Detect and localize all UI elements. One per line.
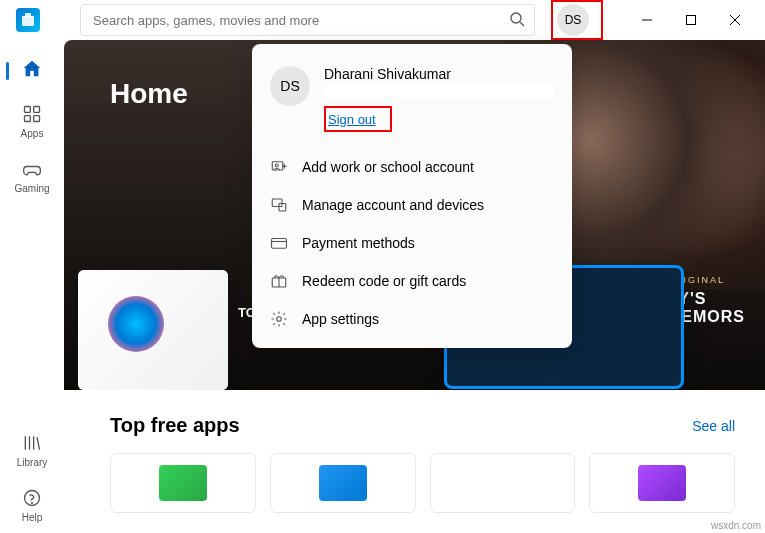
svg-rect-0 — [22, 16, 34, 26]
nav-library-label: Library — [17, 457, 48, 468]
app-tile[interactable] — [589, 453, 735, 513]
menu-label: Manage account and devices — [302, 197, 484, 213]
dropdown-header: DS Dharani Shivakumar Sign out — [252, 62, 572, 148]
svg-rect-24 — [272, 239, 287, 249]
hero-thumbnail[interactable] — [78, 270, 228, 390]
svg-rect-10 — [25, 116, 31, 122]
nav-apps[interactable]: Apps — [4, 94, 60, 149]
user-name: Dharani Shivakumar — [324, 66, 554, 82]
menu-manage-account[interactable]: Manage account and devices — [252, 186, 572, 224]
menu-label: Add work or school account — [302, 159, 474, 175]
menu-label: Payment methods — [302, 235, 415, 251]
sign-out-link[interactable]: Sign out — [328, 112, 376, 127]
sidebar: Apps Gaming Library Help — [0, 40, 64, 533]
profile-dropdown: DS Dharani Shivakumar Sign out Add work … — [252, 44, 572, 348]
menu-payment[interactable]: Payment methods — [252, 224, 572, 262]
see-all-link[interactable]: See all — [692, 418, 735, 434]
search-input[interactable] — [80, 4, 535, 36]
section-title: Top free apps — [110, 414, 240, 437]
menu-app-settings[interactable]: App settings — [252, 300, 572, 338]
svg-point-28 — [277, 317, 282, 322]
signout-highlight: Sign out — [324, 106, 392, 132]
minimize-button[interactable] — [625, 5, 669, 35]
svg-line-3 — [520, 22, 524, 26]
svg-rect-1 — [25, 13, 31, 17]
nav-help-label: Help — [22, 512, 43, 523]
app-icon — [319, 465, 367, 501]
close-button[interactable] — [713, 5, 757, 35]
nav-home[interactable] — [4, 48, 60, 94]
app-icon — [478, 465, 526, 501]
menu-redeem[interactable]: Redeem code or gift cards — [252, 262, 572, 300]
maximize-button[interactable] — [669, 5, 713, 35]
svg-point-19 — [275, 164, 278, 167]
watermark: wsxdn.com — [711, 520, 761, 531]
store-logo-icon — [16, 8, 40, 32]
menu-label: App settings — [302, 311, 379, 327]
nav-library[interactable]: Library — [4, 423, 60, 478]
app-tile[interactable] — [110, 453, 256, 513]
app-tiles-row — [64, 437, 765, 513]
user-email-redacted — [324, 84, 554, 98]
nav-gaming-label: Gaming — [14, 183, 49, 194]
search-icon[interactable] — [509, 11, 525, 31]
app-tile[interactable] — [270, 453, 416, 513]
nav-help[interactable]: Help — [4, 478, 60, 533]
profile-highlight: DS — [551, 0, 603, 40]
user-info: Dharani Shivakumar Sign out — [324, 66, 554, 132]
window-controls — [625, 5, 757, 35]
svg-rect-9 — [34, 107, 40, 113]
svg-point-2 — [511, 13, 521, 23]
page-title: Home — [110, 78, 188, 110]
title-bar: DS — [0, 0, 765, 40]
menu-label: Redeem code or gift cards — [302, 273, 466, 289]
profile-button[interactable]: DS — [557, 4, 589, 36]
svg-rect-22 — [272, 199, 282, 207]
avatar: DS — [270, 66, 310, 106]
app-icon — [159, 465, 207, 501]
svg-rect-11 — [34, 116, 40, 122]
nav-apps-label: Apps — [21, 128, 44, 139]
nav-gaming[interactable]: Gaming — [4, 149, 60, 204]
svg-rect-5 — [687, 16, 696, 25]
section-header: Top free apps See all — [64, 390, 765, 437]
app-icon — [638, 465, 686, 501]
menu-add-account[interactable]: Add work or school account — [252, 148, 572, 186]
search-wrap — [80, 4, 535, 36]
app-tile[interactable] — [430, 453, 576, 513]
svg-line-15 — [37, 437, 40, 450]
svg-rect-8 — [25, 107, 31, 113]
svg-point-17 — [32, 503, 33, 504]
